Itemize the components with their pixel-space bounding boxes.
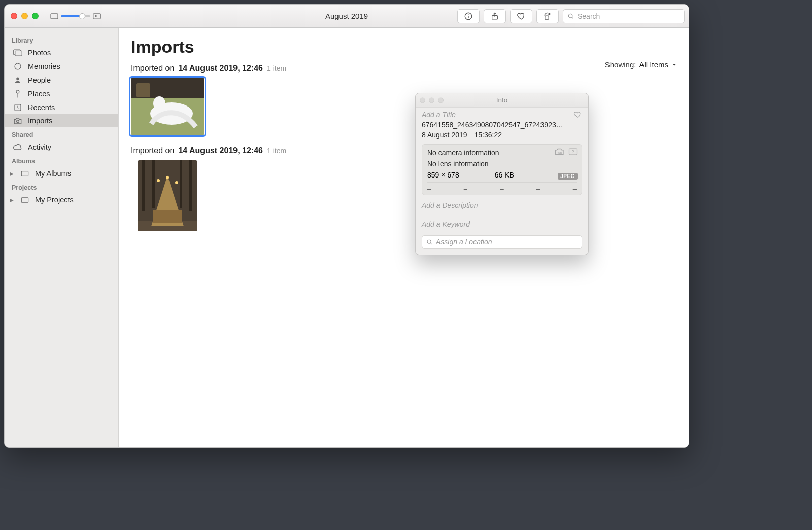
- svg-point-13: [16, 78, 19, 81]
- project-icon: [20, 197, 30, 203]
- sidebar-item-my-projects[interactable]: ▶ My Projects: [5, 193, 118, 206]
- unknown-icon: ?: [568, 148, 578, 156]
- svg-line-40: [430, 243, 432, 244]
- sidebar-label: Activity: [28, 143, 51, 151]
- svg-point-34: [175, 181, 178, 184]
- svg-rect-2: [95, 15, 97, 17]
- sidebar-label: People: [28, 76, 51, 84]
- lens-info: No lens information: [427, 160, 577, 168]
- fullscreen-window-button[interactable]: [32, 13, 39, 19]
- svg-line-9: [572, 17, 573, 18]
- info-zoom-button[interactable]: [438, 97, 444, 103]
- svg-point-17: [17, 120, 19, 122]
- search-field[interactable]: Search: [563, 9, 685, 23]
- svg-rect-18: [21, 171, 28, 175]
- sidebar-item-memories[interactable]: Memories: [5, 59, 118, 74]
- info-panel-titlebar: Info: [416, 93, 588, 108]
- info-panel-title: Info: [496, 96, 508, 104]
- svg-rect-30: [189, 160, 192, 211]
- sidebar-label: Photos: [28, 49, 51, 57]
- info-datetime: 8 August 2019 15:36:22: [422, 131, 582, 139]
- sidebar-item-my-albums[interactable]: ▶ My Albums: [5, 167, 118, 180]
- info-panel-window-controls: [420, 97, 444, 103]
- favorite-button[interactable]: [510, 9, 532, 23]
- assign-location-field[interactable]: Assign a Location: [422, 235, 582, 249]
- window-controls: [9, 13, 39, 19]
- zoom-out-icon[interactable]: [50, 13, 59, 20]
- places-icon: [13, 89, 23, 98]
- titlebar: August 2019 Search: [5, 5, 689, 28]
- main-content: Imports Showing: All Items Imported on 1…: [119, 28, 689, 447]
- sidebar-label: My Projects: [35, 196, 74, 204]
- camera-wb-icon: WB: [554, 148, 565, 156]
- disclosure-triangle-icon[interactable]: ▶: [9, 171, 15, 176]
- import-group-header: Imported on 14 August 2019, 12:46 1 item: [131, 146, 676, 155]
- rotate-button[interactable]: [536, 9, 559, 23]
- exif-row: – – – – –: [427, 182, 577, 193]
- info-minimize-button[interactable]: [429, 97, 434, 103]
- format-badge: JPEG: [558, 173, 578, 180]
- thumbnail-image: [131, 78, 204, 135]
- zoom-in-icon[interactable]: [92, 13, 101, 20]
- sidebar-item-places[interactable]: Places: [5, 87, 118, 101]
- info-meta-box: WB ? No camera information No lens infor…: [422, 144, 582, 195]
- sidebar-item-photos[interactable]: Photos: [5, 46, 118, 59]
- info-panel: Info Add a Title 67641558_24634908070425…: [415, 93, 589, 255]
- svg-rect-7: [545, 16, 549, 19]
- sidebar-item-imports[interactable]: Imports: [5, 114, 118, 127]
- disclosure-triangle-icon[interactable]: ▶: [9, 197, 15, 203]
- add-title-field[interactable]: Add a Title: [422, 111, 573, 119]
- sidebar-section-albums: Albums: [5, 154, 118, 167]
- memories-icon: [13, 62, 23, 71]
- search-icon: [567, 13, 574, 20]
- sidebar-section-shared: Shared: [5, 127, 118, 140]
- close-window-button[interactable]: [11, 13, 17, 19]
- sidebar-label: Imports: [28, 117, 52, 125]
- svg-text:WB: WB: [558, 151, 562, 154]
- svg-point-5: [468, 14, 468, 15]
- sidebar-label: My Albums: [35, 169, 71, 178]
- people-icon: [13, 76, 23, 84]
- showing-filter[interactable]: Showing: All Items: [605, 60, 678, 69]
- sidebar-item-activity[interactable]: Activity: [5, 140, 118, 154]
- svg-text:?: ?: [572, 150, 574, 154]
- info-button[interactable]: [457, 9, 480, 23]
- photo-thumbnail[interactable]: [138, 160, 197, 231]
- add-keyword-field[interactable]: Add a Keyword: [422, 216, 582, 228]
- photos-icon: [13, 49, 23, 56]
- app-window: August 2019 Search Library: [4, 4, 689, 448]
- share-button[interactable]: [484, 9, 506, 23]
- svg-rect-0: [51, 14, 58, 19]
- favorite-heart-icon[interactable]: [573, 111, 582, 119]
- recents-icon: [13, 103, 23, 112]
- chevron-down-icon: [671, 62, 678, 68]
- info-filename: 67641558_2463490807042547_67243923…: [422, 121, 579, 129]
- info-close-button[interactable]: [420, 97, 425, 103]
- photo-thumbnail[interactable]: [131, 78, 204, 135]
- minimize-window-button[interactable]: [21, 13, 28, 19]
- svg-rect-27: [142, 160, 145, 211]
- svg-point-24: [153, 96, 165, 111]
- add-description-field[interactable]: Add a Description: [422, 201, 582, 209]
- zoom-slider[interactable]: [61, 15, 90, 17]
- sidebar-label: Places: [28, 90, 50, 98]
- search-placeholder: Search: [578, 12, 600, 20]
- svg-rect-29: [180, 160, 182, 208]
- sidebar-label: Recents: [28, 103, 55, 112]
- svg-rect-19: [21, 197, 28, 202]
- svg-rect-22: [136, 83, 150, 97]
- svg-rect-1: [93, 13, 100, 18]
- filesize: 66 KB: [495, 171, 514, 179]
- dimensions: 859 × 678: [427, 171, 459, 179]
- cloud-icon: [13, 144, 23, 151]
- svg-point-33: [157, 179, 160, 182]
- svg-rect-11: [15, 51, 22, 56]
- album-icon: [20, 170, 30, 177]
- sidebar-item-people[interactable]: People: [5, 74, 118, 87]
- svg-point-35: [166, 176, 169, 179]
- sidebar-item-recents[interactable]: Recents: [5, 101, 118, 114]
- sidebar-label: Memories: [28, 62, 60, 70]
- svg-rect-32: [153, 210, 182, 223]
- sidebar-section-projects: Projects: [5, 180, 118, 193]
- import-group-header: Imported on 14 August 2019, 12:46 1 item: [131, 64, 676, 73]
